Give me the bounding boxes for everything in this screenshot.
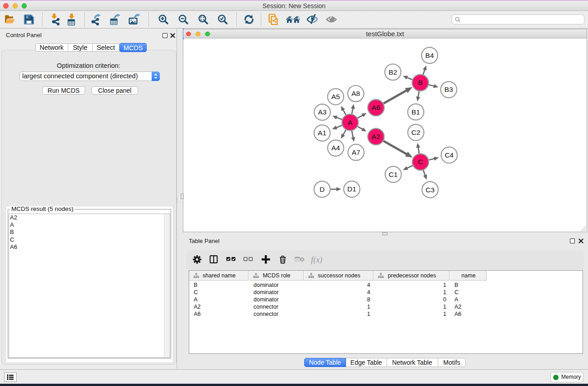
svg-text:A3: A3 <box>318 108 327 116</box>
svg-text:A5: A5 <box>331 93 340 100</box>
svg-text:A: A <box>348 119 353 126</box>
svg-text:C: C <box>418 158 423 166</box>
svg-text:C4: C4 <box>445 151 454 159</box>
svg-text:A1: A1 <box>318 129 326 137</box>
svg-text:A2: A2 <box>372 133 380 140</box>
svg-text:A4: A4 <box>331 144 340 152</box>
svg-text:D: D <box>320 186 325 193</box>
svg-text:A8: A8 <box>352 90 360 97</box>
svg-text:C3: C3 <box>425 186 435 194</box>
svg-text:B3: B3 <box>445 86 453 93</box>
svg-text:D1: D1 <box>347 185 356 193</box>
svg-text:B: B <box>418 79 422 86</box>
svg-text:C2: C2 <box>411 129 421 136</box>
svg-text:A6: A6 <box>372 104 380 111</box>
svg-text:A7: A7 <box>352 148 360 156</box>
svg-text:C1: C1 <box>389 171 398 178</box>
svg-text:B2: B2 <box>388 68 397 76</box>
svg-text:B1: B1 <box>411 108 420 116</box>
svg-text:B4: B4 <box>425 52 434 59</box>
